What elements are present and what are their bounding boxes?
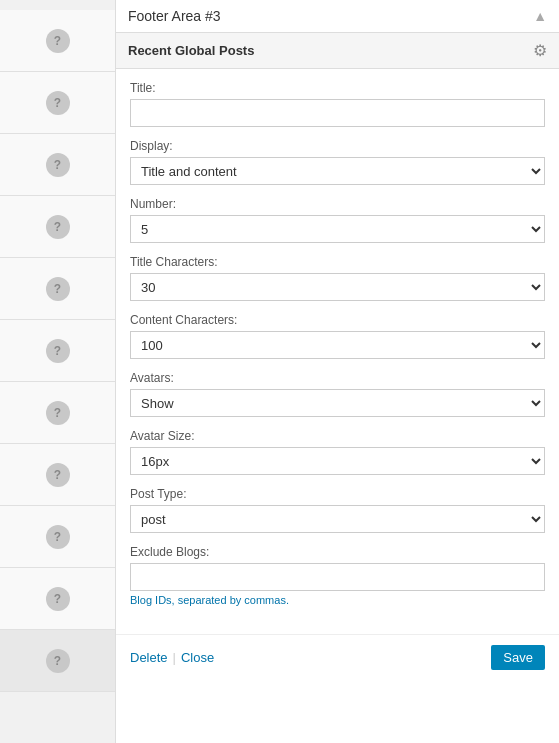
number-group: Number: 1234 567 8910 bbox=[130, 197, 545, 243]
question-icon-7: ? bbox=[46, 401, 70, 425]
question-icon-6: ? bbox=[46, 339, 70, 363]
title-chars-group: Title Characters: 1020304050 bbox=[130, 255, 545, 301]
title-input[interactable] bbox=[130, 99, 545, 127]
sidebar-item-11[interactable]: ? bbox=[0, 630, 115, 692]
avatar-size-group: Avatar Size: 16px24px32px48px bbox=[130, 429, 545, 475]
form-content: Title: Display: Title and content Title … bbox=[116, 69, 559, 630]
sidebar-item-5[interactable]: ? bbox=[0, 258, 115, 320]
main-panel: Footer Area #3 ▲ Recent Global Posts ⚙ T… bbox=[115, 0, 559, 743]
sidebar-item-10[interactable]: ? bbox=[0, 568, 115, 630]
save-button[interactable]: Save bbox=[491, 645, 545, 670]
display-label: Display: bbox=[130, 139, 545, 153]
post-type-label: Post Type: bbox=[130, 487, 545, 501]
sidebar-item-9[interactable]: ? bbox=[0, 506, 115, 568]
avatars-select[interactable]: ShowHide bbox=[130, 389, 545, 417]
panel-header: Footer Area #3 ▲ bbox=[116, 0, 559, 33]
widget-header: Recent Global Posts ⚙ bbox=[116, 33, 559, 69]
content-chars-select[interactable]: 5075100150200 bbox=[130, 331, 545, 359]
title-chars-select[interactable]: 1020304050 bbox=[130, 273, 545, 301]
question-icon-10: ? bbox=[46, 587, 70, 611]
panel-title: Footer Area #3 bbox=[128, 8, 221, 24]
question-icon-8: ? bbox=[46, 463, 70, 487]
question-icon-1: ? bbox=[46, 29, 70, 53]
question-icon-9: ? bbox=[46, 525, 70, 549]
question-icon-5: ? bbox=[46, 277, 70, 301]
question-icon-3: ? bbox=[46, 153, 70, 177]
question-icon-11: ? bbox=[46, 649, 70, 673]
post-type-group: Post Type: postpagecustom bbox=[130, 487, 545, 533]
number-label: Number: bbox=[130, 197, 545, 211]
title-group: Title: bbox=[130, 81, 545, 127]
delete-link[interactable]: Delete bbox=[130, 650, 168, 665]
exclude-blogs-input[interactable] bbox=[130, 563, 545, 591]
display-group: Display: Title and content Title only Co… bbox=[130, 139, 545, 185]
question-icon-4: ? bbox=[46, 215, 70, 239]
sidebar-item-2[interactable]: ? bbox=[0, 72, 115, 134]
widget-title: Recent Global Posts bbox=[128, 43, 254, 58]
collapse-icon[interactable]: ▲ bbox=[533, 8, 547, 24]
sidebar-item-1[interactable]: ? bbox=[0, 10, 115, 72]
avatar-size-label: Avatar Size: bbox=[130, 429, 545, 443]
sidebar: ? ? ? ? ? ? ? ? ? ? ? bbox=[0, 0, 115, 743]
sidebar-item-7[interactable]: ? bbox=[0, 382, 115, 444]
sidebar-item-4[interactable]: ? bbox=[0, 196, 115, 258]
avatar-size-select[interactable]: 16px24px32px48px bbox=[130, 447, 545, 475]
content-chars-group: Content Characters: 5075100150200 bbox=[130, 313, 545, 359]
footer-separator: | bbox=[173, 650, 176, 665]
post-type-select[interactable]: postpagecustom bbox=[130, 505, 545, 533]
gear-icon[interactable]: ⚙ bbox=[533, 41, 547, 60]
footer-links: Delete | Close bbox=[130, 650, 214, 665]
title-chars-label: Title Characters: bbox=[130, 255, 545, 269]
close-link[interactable]: Close bbox=[181, 650, 214, 665]
sidebar-item-3[interactable]: ? bbox=[0, 134, 115, 196]
avatars-label: Avatars: bbox=[130, 371, 545, 385]
sidebar-item-6[interactable]: ? bbox=[0, 320, 115, 382]
title-label: Title: bbox=[130, 81, 545, 95]
avatars-group: Avatars: ShowHide bbox=[130, 371, 545, 417]
form-footer: Delete | Close Save bbox=[116, 634, 559, 682]
content-chars-label: Content Characters: bbox=[130, 313, 545, 327]
display-select[interactable]: Title and content Title only Content onl… bbox=[130, 157, 545, 185]
number-select[interactable]: 1234 567 8910 bbox=[130, 215, 545, 243]
exclude-blogs-label: Exclude Blogs: bbox=[130, 545, 545, 559]
sidebar-item-8[interactable]: ? bbox=[0, 444, 115, 506]
exclude-blogs-group: Exclude Blogs: Blog IDs, separated by co… bbox=[130, 545, 545, 606]
question-icon-2: ? bbox=[46, 91, 70, 115]
exclude-blogs-help: Blog IDs, separated by commas. bbox=[130, 594, 545, 606]
